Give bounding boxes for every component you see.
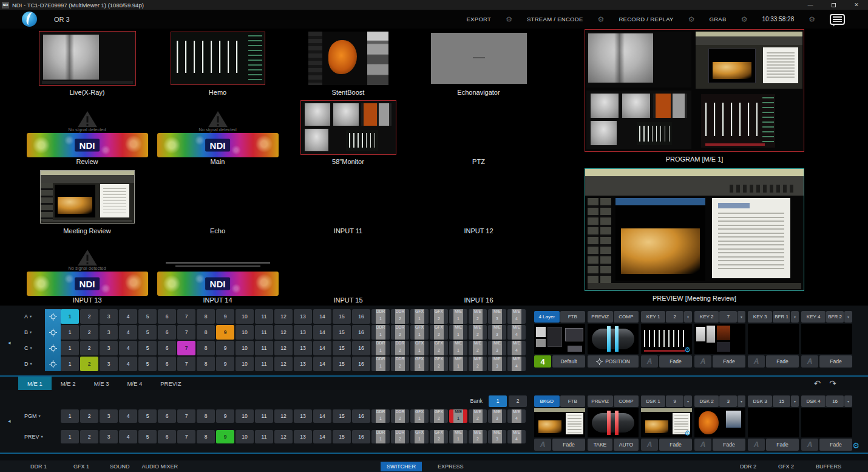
source-button-b-2[interactable]: 2 (80, 325, 98, 340)
source-button-d-6[interactable]: 6 (158, 357, 176, 371)
chevron-down-icon[interactable]: ▾ (737, 395, 745, 407)
chevron-down-icon[interactable]: ▾ (684, 395, 692, 407)
monitor-ptz[interactable]: PTZ (413, 98, 544, 167)
source-button-b-6[interactable]: 6 (158, 325, 176, 340)
source-button-d-ddr-2[interactable]: DDR2 (391, 357, 409, 371)
tab-previz[interactable]: PREVIZ (151, 377, 190, 390)
source-button-b-11[interactable]: 11 (255, 325, 273, 340)
tab-m-e-3[interactable]: M/E 3 (85, 377, 118, 390)
source-button-c-7[interactable]: 7 (177, 341, 195, 355)
panel-me1-key3-bfr-1[interactable]: BFR 1 (773, 311, 790, 323)
settings-gear-icon[interactable]: ⚙ (684, 429, 691, 437)
panel-main-transition-auto[interactable]: AUTO (614, 439, 639, 451)
gear-icon[interactable]: ⚙ (809, 16, 815, 23)
source-button-a-8[interactable]: 8 (197, 309, 215, 324)
source-button-pgm-1[interactable]: 1 (61, 409, 79, 423)
source-button-d-m-e-3[interactable]: M/E3 (488, 357, 506, 371)
monitor-echonavigator[interactable]: Echonavigator (413, 29, 544, 98)
source-button-c-m-e-4[interactable]: M/E4 (507, 341, 526, 355)
panel-me1-background-4[interactable]: 4 (534, 355, 551, 368)
source-button-a-m-e-1[interactable]: M/E1 (449, 309, 467, 324)
source-button-a-7[interactable]: 7 (177, 309, 195, 324)
source-button-pgm-5[interactable]: 5 (138, 409, 157, 423)
source-button-c-15[interactable]: 15 (333, 341, 351, 355)
transition-delegate-icon[interactable]: A (694, 355, 711, 368)
transition-delegate-icon[interactable]: A (694, 439, 711, 451)
gear-icon[interactable]: ⚙ (741, 16, 748, 23)
source-button-prev-ddr-2[interactable]: DDR2 (391, 430, 409, 443)
source-button-c-m-e-1[interactable]: M/E1 (449, 341, 467, 355)
panel-me1-background-ftb[interactable]: FTB (560, 311, 586, 323)
panel-main-transition-take[interactable]: TAKE (588, 439, 612, 451)
source-button-c-5[interactable]: 5 (138, 341, 157, 355)
transition-delegate-icon[interactable]: A (641, 439, 658, 451)
panel-me1-key3-fade[interactable]: Fade (766, 355, 799, 368)
module-tab-ddr-1[interactable]: DDR 1 (24, 462, 53, 471)
monitor-echo[interactable]: Echo (152, 167, 283, 236)
panel-me1-transition-position-button[interactable]: POSITION (588, 355, 639, 368)
source-button-d-9[interactable]: 9 (216, 357, 234, 371)
source-button-prev-3[interactable]: 3 (100, 430, 118, 443)
panel-dsk-2-dsk-2[interactable]: DSK 2 (694, 395, 719, 407)
bus-selector-pgm[interactable]: PGM▾ (24, 413, 61, 419)
panel-me1-key2-preview[interactable] (694, 324, 745, 354)
position-crosshair-icon[interactable] (49, 344, 57, 352)
bus-selector-a[interactable]: A▾ (24, 313, 45, 320)
chevron-down-icon[interactable]: ▾ (684, 311, 692, 323)
source-button-a-6[interactable]: 6 (158, 309, 176, 324)
monitor-input-15[interactable]: INPUT 15 (283, 236, 413, 306)
source-button-pgm-7[interactable]: 7 (177, 409, 195, 423)
source-button-pgm-2[interactable]: 2 (80, 409, 98, 423)
source-button-b-14[interactable]: 14 (313, 325, 331, 340)
source-button-d-5[interactable]: 5 (138, 357, 157, 371)
panel-dsk-1-fade[interactable]: Fade (659, 439, 692, 451)
source-button-c-gfx-1[interactable]: GFX1 (410, 341, 429, 355)
panel-me1-key2-7[interactable]: 7 (719, 311, 737, 323)
tab-m-e-4[interactable]: M/E 4 (118, 377, 151, 390)
module-tab-gfx-1[interactable]: GFX 1 (67, 462, 95, 471)
source-button-c-16[interactable]: 16 (352, 341, 370, 355)
source-button-b-12[interactable]: 12 (274, 325, 293, 340)
position-crosshair-icon[interactable] (49, 360, 57, 368)
panel-main-background-fade[interactable]: Fade (552, 439, 585, 451)
source-button-prev-m-e-4[interactable]: M/E4 (507, 430, 526, 443)
panel-me1-key2-fade[interactable]: Fade (713, 355, 745, 368)
source-button-d-m-e-4[interactable]: M/E4 (507, 357, 526, 371)
monitor-input-11[interactable]: INPUT 11 (283, 167, 413, 236)
source-button-prev-12[interactable]: 12 (274, 430, 293, 443)
source-button-prev-13[interactable]: 13 (294, 430, 312, 443)
source-button-c-gfx-2[interactable]: GFX2 (430, 341, 448, 355)
source-button-d-3[interactable]: 3 (100, 357, 118, 371)
panel-main-transition-comp[interactable]: COMP (614, 395, 639, 407)
source-button-a-2[interactable]: 2 (80, 309, 98, 324)
source-button-b-1[interactable]: 1 (61, 325, 79, 340)
panel-dsk-1-dsk-1[interactable]: DSK 1 (641, 395, 665, 407)
source-button-d-16[interactable]: 16 (352, 357, 370, 371)
panel-dsk-4-dsk-4[interactable]: DSK 4 (801, 395, 826, 407)
monitor-hemo[interactable]: Hemo (152, 29, 283, 98)
source-button-d-10[interactable]: 10 (236, 357, 254, 371)
source-button-b-m-e-3[interactable]: M/E3 (488, 325, 506, 340)
source-button-pgm-3[interactable]: 3 (100, 409, 118, 423)
source-button-b-7[interactable]: 7 (177, 325, 195, 340)
module-tab-switcher[interactable]: SWITCHER (381, 462, 422, 471)
source-button-pgm-m-e-2[interactable]: M/E2 (469, 409, 487, 423)
position-crosshair-icon[interactable] (49, 329, 57, 337)
source-button-a-gfx-1[interactable]: GFX1 (410, 309, 429, 324)
source-button-a-4[interactable]: 4 (119, 309, 137, 324)
source-button-a-m-e-4[interactable]: M/E4 (507, 309, 526, 324)
monitor-input-12[interactable]: INPUT 12 (413, 167, 544, 236)
source-button-b-15[interactable]: 15 (333, 325, 351, 340)
source-button-d-7[interactable]: 7 (177, 357, 195, 371)
source-button-a-ddr-1[interactable]: DDR1 (371, 309, 390, 324)
monitor-program[interactable]: PROGRAM [M/E 1] (585, 29, 804, 163)
chevron-down-icon[interactable]: ▾ (844, 311, 852, 323)
monitor-meeting-review[interactable]: Meeting Review (22, 167, 152, 236)
panel-me1-key4-bfr-2[interactable]: BFR 2 (826, 311, 844, 323)
source-button-pgm-12[interactable]: 12 (274, 409, 293, 423)
source-button-b-ddr-2[interactable]: DDR2 (391, 325, 409, 340)
source-button-pgm-15[interactable]: 15 (333, 409, 351, 423)
source-button-b-3[interactable]: 3 (100, 325, 118, 340)
notifications-icon[interactable] (830, 14, 845, 25)
source-button-d-gfx-1[interactable]: GFX1 (410, 357, 429, 371)
